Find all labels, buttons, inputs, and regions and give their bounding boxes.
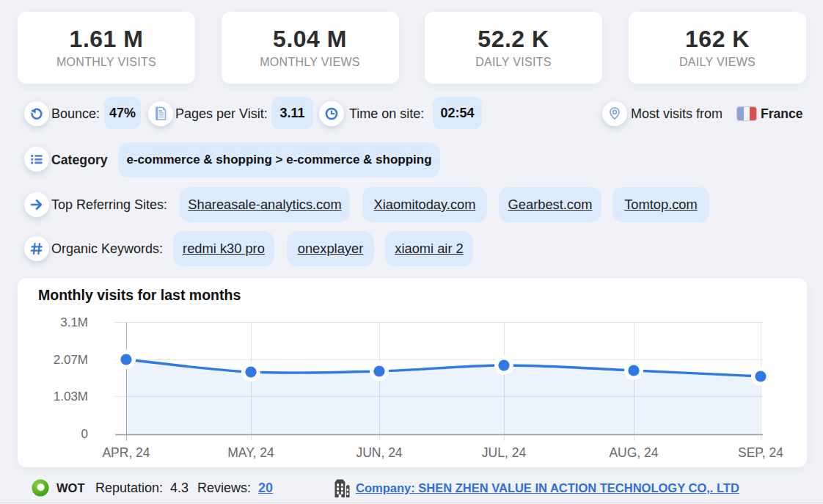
svg-text:3.1M: 3.1M [60,315,88,329]
svg-text:1.03M: 1.03M [54,390,88,403]
svg-text:JUN, 24: JUN, 24 [356,445,402,460]
svg-text:APR, 24: APR, 24 [102,445,150,460]
svg-text:SEP, 24: SEP, 24 [738,445,783,460]
svg-text:0: 0 [81,427,88,441]
svg-text:AUG, 24: AUG, 24 [609,445,658,460]
svg-text:MAY, 24: MAY, 24 [227,445,274,460]
svg-text:JUL, 24: JUL, 24 [482,445,527,460]
svg-text:2.07M: 2.07M [54,353,88,367]
